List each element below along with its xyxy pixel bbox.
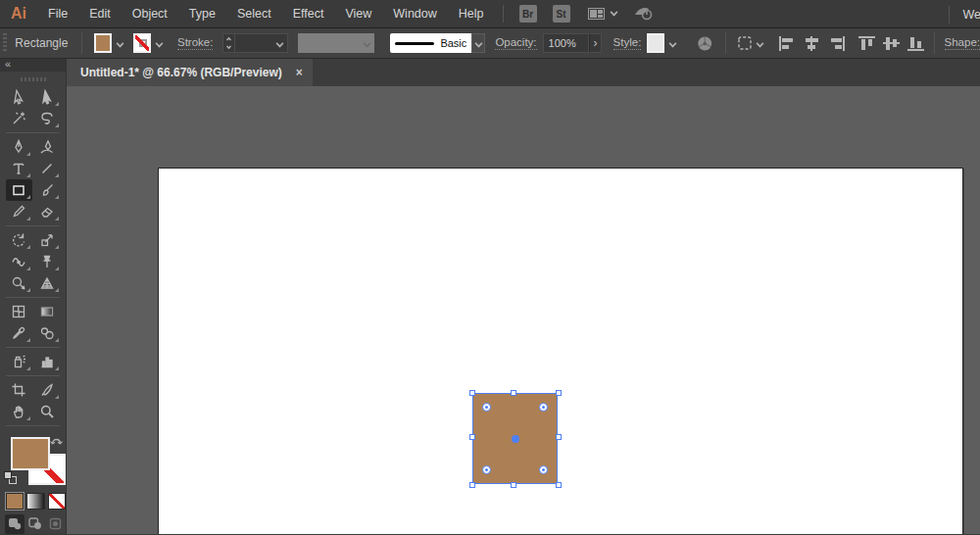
graphic-style-swatch[interactable] [647, 33, 664, 53]
tool-blend[interactable] [34, 322, 61, 344]
draw-inside-button[interactable] [46, 514, 66, 534]
draw-normal-button[interactable] [5, 514, 24, 534]
bridge-button[interactable]: Br [519, 5, 537, 23]
tool-perspective-grid[interactable] [34, 272, 61, 294]
stroke-weight-dropdown[interactable] [235, 33, 288, 53]
draw-behind-button[interactable] [25, 514, 45, 534]
align-bottom-button[interactable] [907, 36, 924, 51]
tool-line-segment[interactable] [34, 158, 61, 179]
stepper-down-icon[interactable] [226, 44, 231, 49]
tool-width[interactable] [6, 251, 32, 272]
canvas-pasteboard[interactable] [67, 86, 980, 534]
stroke-color-swatch[interactable] [133, 33, 151, 53]
selection-handle-bottom-left[interactable] [469, 482, 475, 488]
tool-gradient[interactable] [34, 301, 61, 322]
stroke-color-chevron-icon[interactable] [153, 33, 166, 53]
opacity-input[interactable]: 100% [543, 33, 590, 53]
tab-close-icon[interactable]: × [296, 66, 303, 79]
select-similar-chevron-icon[interactable] [756, 39, 763, 47]
document-tab[interactable]: Untitled-1* @ 66.67% (RGB/Preview) × [67, 59, 313, 86]
tool-eyedropper[interactable] [6, 322, 32, 344]
tool-curvature[interactable] [34, 136, 61, 158]
workspace-label[interactable]: Web [963, 8, 980, 22]
align-right-button[interactable] [828, 36, 845, 51]
menu-object[interactable]: Object [122, 0, 178, 28]
menu-select[interactable]: Select [226, 0, 282, 28]
stepper-up-icon[interactable] [226, 37, 231, 42]
tool-slice[interactable] [34, 379, 61, 401]
tool-zoom[interactable] [34, 401, 61, 422]
shape-label[interactable]: Shape: [945, 36, 980, 50]
swap-fill-stroke-icon[interactable] [50, 435, 63, 447]
tool-scale[interactable] [34, 229, 61, 251]
selection-handle-bottom-center[interactable] [511, 482, 516, 488]
align-left-button[interactable] [779, 36, 796, 51]
menu-window[interactable]: Window [382, 0, 447, 28]
tool-rectangle[interactable] [6, 179, 32, 201]
menu-edit[interactable]: Edit [78, 0, 122, 28]
brush-definition-field[interactable]: Basic [390, 33, 471, 53]
stroke-weight-chevron-icon[interactable] [276, 39, 284, 47]
style-chevron-icon[interactable] [666, 33, 679, 53]
panel-grip-handle[interactable] [3, 33, 7, 53]
tools-grip-handle[interactable] [21, 77, 46, 81]
selection-handle-middle-right[interactable] [556, 434, 562, 440]
corner-radius-widget-top-right[interactable] [539, 403, 548, 412]
stroke-weight-stepper[interactable] [222, 33, 234, 53]
tool-column-graph[interactable] [34, 351, 61, 372]
fill-color-chevron-icon[interactable] [114, 33, 126, 53]
tool-hand[interactable] [6, 401, 32, 422]
tool-shaper[interactable] [6, 201, 32, 222]
opacity-popup-arrow[interactable]: › [589, 33, 601, 53]
selection-handle-top-left[interactable] [469, 390, 475, 396]
gradient-button[interactable] [26, 493, 44, 510]
corner-radius-widget-top-left[interactable] [482, 403, 491, 412]
arrange-documents-icon[interactable] [588, 8, 605, 20]
artboard[interactable] [158, 168, 963, 534]
tool-paintbrush[interactable] [34, 179, 61, 201]
selection-handle-top-right[interactable] [556, 390, 562, 396]
align-top-button[interactable] [858, 36, 875, 51]
tools-collapse-button[interactable]: « [0, 59, 66, 72]
align-horizontal-center-button[interactable] [804, 36, 820, 51]
fill-color-swatch[interactable] [94, 33, 112, 53]
object-center-point[interactable] [512, 435, 519, 443]
arrange-documents-chevron-icon[interactable] [610, 9, 617, 17]
tool-rotate[interactable] [6, 229, 32, 251]
stock-button[interactable]: St [553, 5, 570, 23]
tool-mesh[interactable] [6, 301, 32, 322]
tool-symbol-sprayer[interactable] [6, 351, 32, 372]
selected-rectangle-object[interactable] [473, 394, 557, 483]
selection-handle-middle-left[interactable] [469, 434, 475, 440]
menu-file[interactable]: File [37, 0, 78, 28]
tool-puppet-warp[interactable] [34, 251, 61, 272]
tool-type[interactable] [6, 158, 32, 179]
menu-effect[interactable]: Effect [282, 0, 335, 28]
recolor-artwork-icon[interactable] [697, 34, 712, 53]
tool-pen[interactable] [6, 136, 32, 158]
tool-direct-selection[interactable] [34, 86, 61, 108]
align-vertical-center-button[interactable] [883, 36, 900, 51]
tool-lasso[interactable] [34, 108, 61, 129]
tool-magic-wand[interactable] [6, 108, 32, 129]
stroke-weight-label[interactable]: Stroke: [177, 36, 213, 50]
style-label[interactable]: Style: [613, 36, 642, 50]
opacity-label[interactable]: Opacity: [495, 36, 536, 50]
fill-proxy-swatch[interactable] [11, 437, 50, 470]
gpu-performance-icon[interactable] [633, 5, 655, 23]
tool-shape-builder[interactable] [6, 272, 32, 294]
corner-radius-widget-bottom-right[interactable] [539, 465, 548, 474]
selection-handle-top-center[interactable] [511, 390, 516, 396]
none-button[interactable] [48, 493, 66, 510]
workspace-switcher[interactable]: Web [949, 0, 980, 28]
select-similar-objects-button[interactable] [736, 35, 763, 51]
menu-type[interactable]: Type [178, 0, 226, 28]
menu-help[interactable]: Help [448, 0, 495, 28]
brush-definition-chevron-icon[interactable] [471, 33, 485, 53]
menu-view[interactable]: View [334, 0, 382, 28]
corner-radius-widget-bottom-left[interactable] [482, 465, 491, 474]
tool-eraser[interactable] [34, 201, 61, 222]
color-button[interactable] [6, 493, 24, 510]
default-fill-stroke-icon[interactable] [4, 471, 17, 484]
selection-handle-bottom-right[interactable] [556, 482, 562, 488]
